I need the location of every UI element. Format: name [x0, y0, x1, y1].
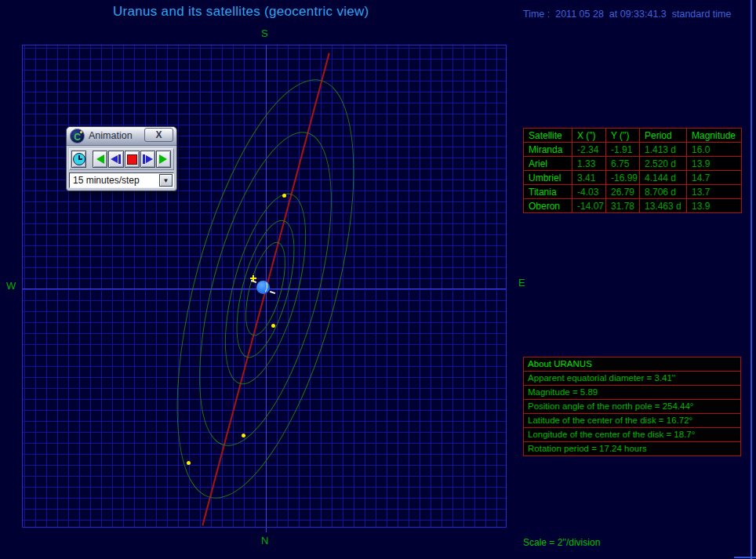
cell-period: 1.413 d: [640, 143, 687, 157]
cell-satellite-name: Umbriel: [524, 171, 572, 185]
about-line: Apparent equatorial diameter = 3.41'': [524, 372, 740, 386]
cell-y: 31.78: [606, 199, 640, 213]
cell-magnitude: 13.9: [687, 157, 742, 171]
table-row: Umbriel 3.41 -16.99 4.144 d 14.7: [524, 171, 742, 185]
close-button[interactable]: X: [144, 128, 173, 142]
miranda-star-bar: [253, 275, 254, 281]
cell-period: 8.706 d: [640, 185, 687, 199]
scale-label: Scale = 2''/division: [523, 537, 600, 548]
step-forward-bar: [143, 154, 145, 164]
cell-period: 4.144 d: [640, 171, 687, 185]
app-icon-star: [80, 131, 82, 133]
cell-satellite-name: Oberon: [524, 199, 572, 213]
about-line: Rotation period = 17.24 hours: [524, 442, 740, 456]
coelix-app-icon: C: [70, 129, 85, 143]
table-row: Ariel 1.33 6.75 2.520 d 13.9: [524, 157, 742, 171]
cell-period: 2.520 d: [640, 157, 687, 171]
table-row: Titania -4.03 26.79 8.706 d 13.7: [524, 185, 742, 199]
animation-dialog: C Animation X: [66, 126, 177, 191]
about-line: Latitude of the center of the disk = 16.…: [524, 414, 740, 428]
about-line: Position angle of the north pole = 254.4…: [524, 400, 740, 414]
cell-magnitude: 13.7: [687, 185, 742, 199]
direction-label-west: W: [6, 280, 16, 292]
window-bottom-edge: [734, 557, 756, 558]
animation-dialog-titlebar[interactable]: C Animation X: [67, 127, 176, 146]
cell-x: 1.33: [572, 157, 606, 171]
app-window: { "header": { "title": "Uranus and its s…: [0, 0, 756, 559]
cell-period: 13.463 d: [640, 199, 687, 213]
col-header-magnitude: Magnitude: [687, 129, 742, 143]
cell-y: 26.79: [606, 185, 640, 199]
cell-satellite-name: Ariel: [524, 157, 572, 171]
about-uranus-panel: About URANUS Apparent equatorial diamete…: [523, 357, 741, 456]
clock-icon: [73, 153, 85, 165]
table-header-row: Satellite X (") Y (") Period Magnitude: [524, 129, 742, 143]
about-panel-title: About URANUS: [524, 358, 740, 372]
play-forward-icon: [159, 154, 167, 164]
axis-tick: [266, 528, 267, 532]
satellite-miranda: [250, 275, 256, 281]
col-header-x: X ("): [572, 129, 606, 143]
step-backward-bar: [118, 154, 121, 164]
cell-x: -14.07: [572, 199, 606, 213]
satellite-oberon: [187, 461, 191, 465]
satellite-titania: [242, 434, 245, 437]
stop-icon: [127, 154, 137, 165]
step-backward-icon: [111, 154, 121, 164]
cell-satellite-name: Miranda: [524, 143, 572, 157]
cell-magnitude: 14.7: [687, 171, 742, 185]
cell-magnitude: 13.9: [687, 199, 742, 213]
uranus-disk: [256, 281, 270, 294]
col-header-period: Period: [640, 129, 687, 143]
cell-x: -4.03: [572, 185, 606, 199]
step-interval-select[interactable]: 15 minutes/step ▼: [69, 172, 174, 188]
page-title: Uranus and its satellites (geocentric vi…: [113, 4, 369, 20]
play-backward-button[interactable]: [93, 151, 107, 168]
step-forward-icon: [143, 154, 153, 164]
about-line: Longitude of the center of the disk = 18…: [524, 428, 740, 442]
play-forward-button[interactable]: [156, 151, 171, 168]
cell-y: -16.99: [606, 171, 640, 185]
direction-label-east: E: [518, 277, 525, 289]
cell-y: 6.75: [606, 157, 640, 171]
satellite-umbriel: [282, 194, 286, 198]
cell-magnitude: 16.0: [687, 143, 742, 157]
table-row: Oberon -14.07 31.78 13.463 d 13.9: [524, 199, 742, 213]
step-forward-button[interactable]: [140, 151, 155, 168]
col-header-satellite: Satellite: [524, 129, 572, 143]
direction-label-south: S: [261, 27, 268, 39]
stop-button[interactable]: [125, 151, 140, 168]
direction-label-north: N: [261, 535, 268, 546]
step-backward-triangle: [111, 155, 118, 163]
animation-toolbar: [69, 148, 174, 170]
real-time-clock-button[interactable]: [71, 151, 86, 168]
uranus-meridian-arc: [260, 281, 268, 294]
satellite-ariel: [271, 324, 275, 328]
cell-x: -2.34: [572, 143, 606, 157]
chevron-down-icon[interactable]: ▼: [159, 174, 173, 187]
cell-satellite-name: Titania: [524, 185, 572, 199]
about-line: Magnitude = 5.89: [524, 386, 740, 400]
step-backward-button[interactable]: [108, 151, 123, 168]
cell-y: -1.91: [606, 143, 640, 157]
animation-dialog-title: Animation: [89, 130, 133, 141]
satellite-table: Satellite X (") Y (") Period Magnitude M…: [523, 128, 742, 213]
col-header-y: Y ("): [606, 129, 640, 143]
sky-plot: [22, 45, 507, 528]
table-row: Miranda -2.34 -1.91 1.413 d 16.0: [524, 143, 742, 157]
play-backward-icon: [96, 154, 104, 164]
time-display: Time : 2011 05 28 at 09:33:41.3 standard…: [523, 9, 731, 20]
step-interval-value: 15 minutes/step: [70, 173, 173, 187]
cell-x: 3.41: [572, 171, 606, 185]
app-icon-letter: C: [74, 132, 81, 143]
step-forward-triangle: [146, 155, 153, 163]
window-right-edge: [751, 0, 752, 559]
